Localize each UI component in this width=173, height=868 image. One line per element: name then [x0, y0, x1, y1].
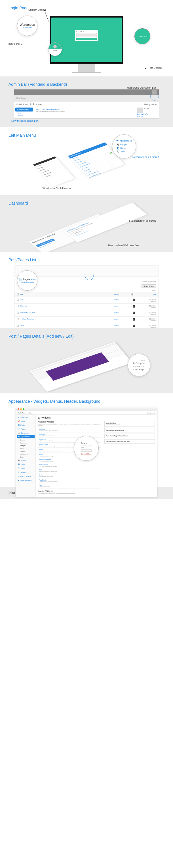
sub-editor[interactable]: Editor	[17, 456, 34, 459]
username-input[interactable]	[76, 33, 97, 35]
sidebar-area[interactable]: First Front Page Widget Area	[104, 434, 155, 438]
comment-count[interactable]: 0	[133, 318, 135, 321]
dot	[145, 68, 146, 69]
row-author[interactable]: admin	[114, 312, 131, 315]
sub-header[interactable]: Header	[17, 450, 34, 453]
widget-item[interactable]: ArchivesA monthly archive of your site's…	[38, 427, 101, 432]
logout-link[interactable]: Log Out	[137, 116, 158, 117]
row-title[interactable]: Shop	[20, 324, 114, 328]
appearance-section: Appearance - Widgets, Menus, Header, Bac…	[0, 393, 173, 487]
category-uncategorized[interactable]: ✓ Uncatego	[133, 368, 145, 371]
category-flat-ios[interactable]: ✓ Flat iOS 7	[133, 365, 145, 368]
comment-count[interactable]: 0	[133, 299, 135, 301]
annotation-ios-icons: iOS Icons	[8, 42, 20, 45]
delete-link[interactable]: Delete	[81, 453, 85, 455]
admin-label: admin	[53, 50, 57, 52]
bubble-plugins: 🔌 Plugins	[116, 143, 132, 147]
home-link[interactable]: Home	[15, 112, 33, 114]
close-traffic-icon[interactable]	[18, 408, 19, 410]
widgets-main: ⊞ Widgets Available Widgets Drag widgets…	[36, 414, 157, 497]
side-pages[interactable]: 📄 Pages	[17, 427, 34, 431]
old-admin-bar	[14, 89, 159, 95]
sub-widgets[interactable]: Widgets	[17, 444, 34, 447]
table-row: — Checkout → Payadmin02013/09/24Publishe…	[15, 310, 158, 317]
row-checkbox[interactable]	[17, 318, 19, 320]
sidebar-area[interactable]: Secondary Widget Area	[104, 428, 155, 432]
side-plugins[interactable]: 🔌 Plugins	[17, 459, 34, 462]
row-checkbox[interactable]	[17, 299, 19, 301]
row-title[interactable]: Cart	[20, 299, 114, 302]
admin-bar: Flat UI Admin ⌂ ✎ New Howdy, admin	[16, 411, 157, 414]
widget-item[interactable]: SearchA search form for your site	[38, 473, 101, 478]
row-title[interactable]: Checkout	[20, 305, 114, 309]
edit-profile-link[interactable]: Edit My Profile	[137, 113, 158, 115]
left-menu-title: Left Main Menu	[8, 133, 165, 137]
admin-bar-howdy[interactable]: Howdy, admin	[147, 412, 155, 414]
welcome-sub: We've assembled some links to get you st…	[36, 111, 134, 112]
bubble-wordpress: Wordpress ↖ Moder	[17, 16, 38, 36]
row-checkbox[interactable]	[17, 305, 19, 307]
select-all-checkbox[interactable]	[17, 293, 19, 296]
howdy-text[interactable]: Howdy, admin	[144, 103, 156, 105]
sidebar-area[interactable]: Second Front Page Widget Area	[104, 439, 155, 444]
widget-item[interactable]: Tag CloudYour most used tags in cloud fo…	[38, 478, 101, 484]
row-author[interactable]: admin	[114, 318, 131, 321]
all-categories-tab[interactable]: All Categories	[133, 362, 145, 365]
side-settings[interactable]: ⚙ Settings	[17, 470, 34, 474]
col-date[interactable]: Date	[137, 293, 156, 296]
monitor-stand	[78, 64, 95, 72]
bubble-users: 👤 Users	[116, 147, 132, 150]
widget-item[interactable]: TextArbitrary text or HTML	[38, 484, 101, 489]
dashboard-button[interactable]: ⊞ Dashboard	[15, 107, 33, 112]
widget-item[interactable]: Recent PostsThe most recent posts on you…	[38, 463, 101, 468]
row-author[interactable]: admin	[114, 299, 131, 302]
side-appearance[interactable]: 👁 Appearance	[17, 435, 34, 438]
side-collapse[interactable]: ◀ Collapse menu	[17, 478, 34, 482]
sub-customize[interactable]: Customize	[17, 441, 34, 444]
col-title[interactable]: Title	[20, 293, 114, 296]
comment-count[interactable]: 0	[133, 305, 135, 308]
side-dashboard[interactable]: ⊞ Dashboard	[17, 415, 34, 419]
widget-delete-close: Delete | Close	[81, 453, 92, 455]
max-traffic-icon[interactable]	[23, 408, 24, 410]
col-comments-icon[interactable]: 💬	[131, 293, 137, 296]
row-checkbox[interactable]	[17, 324, 19, 327]
panel-sidebar: ⊞ Dashboard Home Updates	[14, 106, 34, 118]
row-title[interactable]: — Order Received	[20, 318, 114, 321]
password-input[interactable]	[76, 35, 97, 37]
side-comments[interactable]: 💬 Comments	[17, 431, 34, 435]
side-users[interactable]: 👤 Users	[17, 462, 34, 466]
modern-text: ↖ Moder	[23, 26, 32, 29]
side-tools[interactable]: 🔧 Tools	[17, 466, 34, 470]
comment-count[interactable]: 0	[133, 324, 135, 327]
admin-bar-left[interactable]: Flat UI Admin ⌂ ✎ New	[18, 412, 32, 414]
row-title[interactable]: — Checkout → Pay	[20, 312, 114, 315]
min-traffic-icon[interactable]	[20, 408, 22, 410]
col-author[interactable]: Author	[114, 293, 131, 296]
row-date: 2013/09/24Published	[137, 324, 156, 328]
row-checkbox[interactable]	[17, 312, 19, 314]
table-row: Checkoutadmin02013/09/24Published	[15, 304, 158, 310]
close-link[interactable]: Close	[87, 453, 91, 455]
screen-options[interactable]: Screen Options ▾	[143, 280, 156, 282]
updates-link[interactable]: Updates	[15, 114, 33, 117]
row-author[interactable]: admin	[114, 324, 131, 328]
sidebar-area[interactable]: Main SidebarAppears on posts and pages	[104, 421, 155, 427]
side-flat-ui[interactable]: ◫ Flat UI Admin	[17, 474, 34, 478]
search-pages-button[interactable]: Search Pages	[142, 284, 156, 288]
login-button[interactable]	[76, 38, 97, 40]
comment-count[interactable]: 0	[133, 312, 135, 314]
sub-menus[interactable]: Menus	[17, 447, 34, 450]
left-menu-section: Left Main Menu Posts Media Pages Comment…	[0, 127, 173, 195]
sub-background[interactable]: Background	[17, 453, 34, 456]
annotation-old-menu: Wordpress Old left menu	[43, 187, 71, 190]
widget-title-input[interactable]	[81, 450, 92, 452]
row-author[interactable]: admin	[114, 305, 131, 309]
annotation-flat-boxes: Flat design on all boxes	[129, 219, 156, 222]
side-posts[interactable]: 📌 Posts	[17, 420, 34, 423]
sub-themes[interactable]: Themes	[17, 439, 34, 441]
widget-item[interactable]: RSSEntries from any RSS or Atom feed	[38, 468, 101, 473]
site-name[interactable]: Flat UI Admin	[17, 103, 28, 105]
new-link[interactable]: + New	[36, 103, 42, 105]
side-media[interactable]: 🖼 Media	[17, 424, 34, 427]
